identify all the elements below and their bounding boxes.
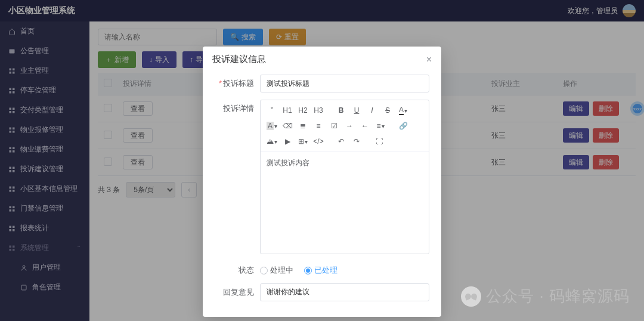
editor-strike-icon[interactable]: S <box>380 103 395 118</box>
editor-font-color-icon[interactable]: A▾ <box>395 103 411 118</box>
editor-link-icon[interactable]: 🔗 <box>395 118 411 134</box>
editor-ol-icon[interactable]: ≣ <box>295 118 311 134</box>
editor-bg-color-icon[interactable]: A▾ <box>264 118 280 134</box>
editor-italic-icon[interactable]: I <box>364 103 380 118</box>
editor-indent-in-icon[interactable]: → <box>342 118 357 134</box>
title-input[interactable] <box>260 75 429 92</box>
close-icon[interactable]: × <box>426 54 432 65</box>
modal-title: 投诉建议信息 <box>212 54 266 65</box>
editor-fullscreen-icon[interactable]: ⛶ <box>371 134 387 149</box>
editor-bold-icon[interactable]: B <box>333 103 349 118</box>
editor-checklist-icon[interactable]: ☑ <box>326 118 342 134</box>
editor-h1-icon[interactable]: H1 <box>280 103 295 118</box>
label-reply: 回复意见 <box>223 288 254 297</box>
editor-video-icon[interactable]: ▶ <box>280 134 295 149</box>
editor-h3-icon[interactable]: H3 <box>311 103 326 118</box>
editor-quote-icon[interactable]: ” <box>264 103 280 118</box>
editor-content[interactable]: 测试投诉内容 <box>261 152 429 254</box>
editor-h2-icon[interactable]: H2 <box>295 103 311 118</box>
editor-image-icon[interactable]: ⛰▾ <box>264 134 280 149</box>
editor-align-icon[interactable]: ≡▾ <box>373 118 388 134</box>
label-detail: 投诉详情 <box>223 104 254 113</box>
editor-undo-icon[interactable]: ↶ <box>333 134 349 149</box>
editor-code-icon[interactable]: </> <box>311 134 326 149</box>
editor-redo-icon[interactable]: ↷ <box>349 134 364 149</box>
editor-table-icon[interactable]: ⊞▾ <box>295 134 311 149</box>
reply-input[interactable] <box>260 283 429 301</box>
complaint-modal: 投诉建议信息 × *投诉标题 投诉详情 ” H1 H2 H3 B U <box>203 47 441 317</box>
editor-ul-icon[interactable]: ≡ <box>311 118 326 134</box>
editor-eraser-icon[interactable]: ⌫ <box>280 118 295 134</box>
editor-underline-icon[interactable]: U <box>349 103 364 118</box>
label-status: 状态 <box>239 266 254 274</box>
editor-indent-out-icon[interactable]: ← <box>357 118 373 134</box>
status-processing-radio[interactable]: 处理中 <box>260 265 293 276</box>
status-done-radio[interactable]: 已处理 <box>304 265 338 276</box>
editor-toolbar: ” H1 H2 H3 B U I S A▾ A▾ ⌫ ≣ ≡ <box>261 100 429 152</box>
required-mark: * <box>219 79 222 88</box>
rich-editor: ” H1 H2 H3 B U I S A▾ A▾ ⌫ ≣ ≡ <box>260 100 429 254</box>
label-title: 投诉标题 <box>223 79 254 88</box>
